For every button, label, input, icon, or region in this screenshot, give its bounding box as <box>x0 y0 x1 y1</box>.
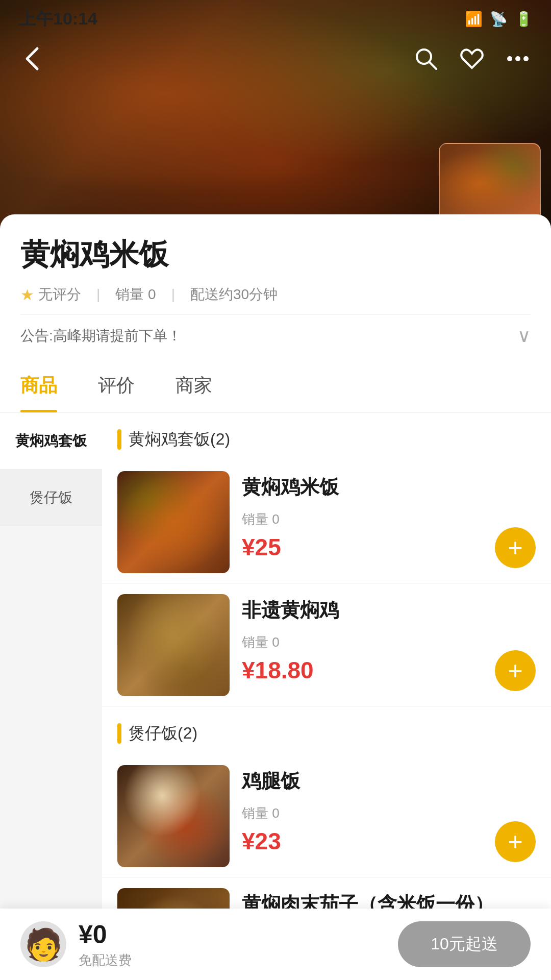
item-name-2: 非遗黄焖鸡 <box>242 597 483 623</box>
checkout-button[interactable]: 10元起送 <box>398 921 531 967</box>
back-button[interactable] <box>15 41 51 77</box>
status-bar: 上午10:14 📶 📡 🔋 <box>0 0 551 36</box>
sidebar-item-yellow-braised-chicken[interactable]: 黄焖鸡套饭 <box>0 413 102 470</box>
category-sidebar: 黄焖鸡套饭 煲仔饭 <box>0 413 102 980</box>
search-button[interactable] <box>408 41 444 77</box>
battery-icon: 🔋 <box>515 11 533 28</box>
hero-thumbnail <box>439 143 541 225</box>
star-icon: ★ <box>20 286 34 304</box>
svg-line-1 <box>429 62 436 69</box>
food-visual-3 <box>117 765 230 867</box>
food-image-1 <box>117 471 230 573</box>
announcement-bar[interactable]: 公告:高峰期请提前下单！ ∨ <box>20 314 531 359</box>
bottom-bar: 🧑 ¥0 免配送费 10元起送 <box>0 909 551 980</box>
category-bar-icon <box>117 429 121 450</box>
food-visual-1 <box>117 471 230 573</box>
category-title-2: 煲仔饭(2) <box>129 722 197 745</box>
separator-1: | <box>96 286 100 303</box>
cart-price: ¥0 <box>79 920 398 949</box>
restaurant-card: 黄焖鸡米饭 ★ 无评分 | 销量 0 | 配送约30分钟 公告:高峰期请提前下单… <box>0 214 551 359</box>
tab-merchant[interactable]: 商家 <box>176 359 212 412</box>
delivery-time-text: 配送约30分钟 <box>190 285 278 304</box>
sidebar-item-claypot-rice[interactable]: 煲仔饭 <box>0 470 102 526</box>
avatar-icon: 🧑 <box>24 926 63 963</box>
menu-item-3: 鸡腿饭 销量 0 ¥23 + <box>102 755 551 878</box>
more-button[interactable] <box>500 41 536 77</box>
tabs-bar: 商品 评价 商家 <box>0 359 551 413</box>
item-info-1: 黄焖鸡米饭 销量 0 ¥25 <box>242 471 483 561</box>
item-price-2: ¥18.80 <box>242 656 483 684</box>
svg-point-4 <box>523 56 529 61</box>
chevron-down-icon: ∨ <box>517 325 531 347</box>
category-title-1: 黄焖鸡套饭(2) <box>129 428 230 451</box>
tab-goods[interactable]: 商品 <box>20 359 57 412</box>
add-button-3[interactable]: + <box>495 821 536 862</box>
category-bar-icon-2 <box>117 723 121 744</box>
menu-item-2: 非遗黄焖鸡 销量 0 ¥18.80 + <box>102 584 551 707</box>
status-icons: 📶 📡 🔋 <box>465 11 533 28</box>
restaurant-meta: ★ 无评分 | 销量 0 | 配送约30分钟 <box>20 285 531 304</box>
item-sales-3: 销量 0 <box>242 804 483 822</box>
item-sales-2: 销量 0 <box>242 633 483 651</box>
content-layout: 黄焖鸡套饭 煲仔饭 黄焖鸡套饭(2) 黄焖鸡米饭 销量 0 ¥25 + <box>0 413 551 980</box>
item-price-3: ¥23 <box>242 827 483 855</box>
item-info-2: 非遗黄焖鸡 销量 0 ¥18.80 <box>242 594 483 684</box>
item-price-1: ¥25 <box>242 533 483 561</box>
signal-icon: 📶 <box>465 11 483 28</box>
add-button-1[interactable]: + <box>495 527 536 568</box>
checkout-button-label: 10元起送 <box>431 933 498 955</box>
announcement-text: 公告:高峰期请提前下单！ <box>20 326 182 346</box>
sales-text: 销量 0 <box>115 285 156 304</box>
hero-actions <box>408 41 536 77</box>
svg-point-2 <box>507 56 512 61</box>
favorite-button[interactable] <box>454 41 490 77</box>
restaurant-name: 黄焖鸡米饭 <box>20 235 531 275</box>
category-header-1: 黄焖鸡套饭(2) <box>102 413 551 461</box>
item-name-3: 鸡腿饭 <box>242 768 483 794</box>
svg-point-3 <box>515 56 520 61</box>
category-header-2: 煲仔饭(2) <box>102 707 551 755</box>
item-name-1: 黄焖鸡米饭 <box>242 474 483 500</box>
separator-2: | <box>171 286 175 303</box>
status-time: 上午10:14 <box>18 7 97 31</box>
wifi-icon: 📡 <box>490 11 508 28</box>
cart-info: ¥0 免配送费 <box>79 920 398 969</box>
item-sales-1: 销量 0 <box>242 510 483 528</box>
rating-text: 无评分 <box>38 285 81 304</box>
food-image-2 <box>117 594 230 696</box>
menu-content: 黄焖鸡套饭(2) 黄焖鸡米饭 销量 0 ¥25 + 非遗黄焖鸡 销量 0 <box>102 413 551 980</box>
sales-item: 销量 0 <box>115 285 156 304</box>
food-visual-2 <box>117 594 230 696</box>
plus-icon-3: + <box>508 829 522 854</box>
add-button-2[interactable]: + <box>495 650 536 691</box>
delivery-time-item: 配送约30分钟 <box>190 285 278 304</box>
cart-avatar: 🧑 <box>20 921 66 967</box>
rating-item: ★ 无评分 <box>20 285 81 304</box>
plus-icon-1: + <box>508 535 522 560</box>
plus-icon-2: + <box>508 658 522 683</box>
cart-delivery-fee: 免配送费 <box>79 951 398 969</box>
food-image-3 <box>117 765 230 867</box>
item-info-3: 鸡腿饭 销量 0 ¥23 <box>242 765 483 855</box>
tab-reviews[interactable]: 评价 <box>98 359 135 412</box>
menu-item-1: 黄焖鸡米饭 销量 0 ¥25 + <box>102 461 551 584</box>
